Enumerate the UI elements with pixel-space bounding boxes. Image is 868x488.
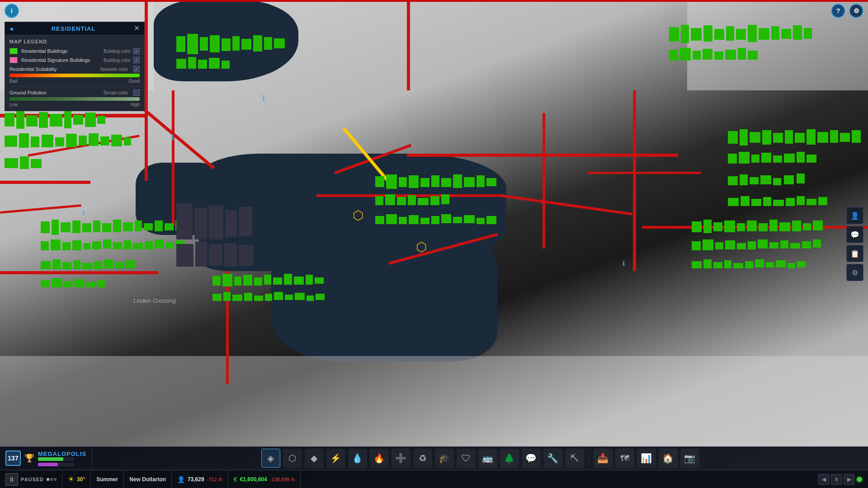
speed-dot-3[interactable] (54, 478, 57, 481)
map-info-icon-3: ℹ (82, 209, 85, 216)
legend-row-residential-buildings: Residential Buildings Building color (9, 48, 140, 54)
residential-buildings-label: Residential Buildings (21, 48, 104, 54)
suitability-type: Network color (100, 67, 128, 72)
season-label: Summer (96, 476, 118, 483)
toolbar-transit-btn[interactable]: 🚌 (478, 449, 497, 468)
suitability-label-row: Residential Suitability Network color (9, 66, 140, 72)
trophy-icon: 🏆 (24, 453, 34, 463)
pollution-checkbox[interactable] (133, 89, 140, 96)
speed-dot-2[interactable] (50, 478, 53, 481)
speed-dot-1[interactable] (47, 478, 49, 481)
residential-buildings-color-swatch (9, 48, 18, 54)
pollution-range-labels: Low High (9, 102, 140, 107)
legend-header: ◀ RESIDENTIAL ✕ (5, 22, 144, 35)
xp-bar-container (38, 457, 74, 461)
map-legend-label: MAP LEGEND (9, 39, 140, 44)
toolbar-buildings-btn[interactable]: 🏠 (659, 449, 678, 468)
pollution-gradient-bar (9, 97, 140, 101)
legend-panel: ◀ RESIDENTIAL ✕ MAP LEGEND Residential B… (5, 22, 145, 111)
city-display-name: New Dollarton (129, 476, 166, 483)
toolbar-police-btn[interactable]: 🛡 (457, 449, 476, 468)
toolbar-parks-btn[interactable]: 🌲 (500, 449, 519, 468)
right-panel: 👤 💬 📋 ⚙ (846, 207, 863, 281)
toolbar-bulldoze-btn[interactable]: ⛏ (565, 449, 584, 468)
city-name-section: New Dollarton (124, 470, 172, 488)
info-button[interactable]: i (5, 4, 19, 18)
suitability-range-labels: Bad Good (9, 79, 140, 84)
pollution-type: Terrain color (103, 90, 128, 95)
right-icon-person[interactable]: 👤 (846, 207, 863, 224)
pollution-high-label: High (130, 102, 140, 107)
legend-divider (9, 86, 140, 87)
right-icon-chat[interactable]: 💬 (846, 226, 863, 243)
population-section: 👤 73,629 -712 /h (172, 470, 228, 488)
right-icon-settings[interactable]: ⚙ (846, 264, 863, 281)
toolbar-recycle-btn[interactable]: ♻ (413, 449, 432, 468)
city-level: 137 (5, 450, 21, 466)
pollution-low-label: Low (9, 102, 18, 107)
legend-close-button[interactable]: ✕ (134, 25, 140, 32)
temperature-label: 30° (77, 476, 85, 483)
population-icon: 👤 (177, 476, 185, 483)
status-bar: ⏸ PAUSED ☀ 30° Summer New Dollarton 👤 73… (0, 470, 868, 488)
bottom-toolbar: 137 🏆 MEGALOPOLIS ◈ ⬡ ◆ ⚡ 💧 🔥 ➕ ♻ 🎓 🛡 🚌 … (0, 446, 868, 470)
signature-buildings-checkbox[interactable] (133, 57, 140, 63)
toolbar-health-btn[interactable]: ➕ (392, 449, 410, 468)
toolbar-zones-btn[interactable]: ◈ (261, 449, 280, 468)
map-info-icon-4: ℹ (132, 230, 135, 237)
toolbar-fire-btn[interactable]: 🔥 (370, 449, 389, 468)
pollution-label: Ground Pollution (9, 90, 103, 95)
happiness-bar-container (38, 463, 74, 466)
signature-buildings-label: Residential Signature Buildings (21, 57, 104, 63)
toolbar-water-btn[interactable]: 💧 (348, 449, 367, 468)
money-change: -138,699 /h (270, 477, 295, 482)
suitability-good-label: Good (129, 79, 140, 84)
toolbar-icons: ◈ ⬡ ◆ ⚡ 💧 🔥 ➕ ♻ 🎓 🛡 🚌 🌲 💬 🔧 ⛏ 📥 🗺 📊 🏠 📷 (92, 449, 868, 468)
toolbar-power-btn[interactable]: ⚡ (326, 449, 345, 468)
money-section: € €1,600,604 -138,699 /h (228, 470, 301, 488)
residential-buildings-type: Building color (104, 49, 131, 54)
toolbar-workshop-btn[interactable]: 📥 (594, 449, 613, 468)
legend-title: RESIDENTIAL (52, 25, 96, 32)
city-bars (38, 457, 86, 466)
online-status-indicator (856, 476, 863, 483)
nav-next-btn[interactable]: ▶ (844, 474, 854, 485)
toolbar-map-btn[interactable]: 🗺 (615, 449, 634, 468)
signature-buildings-type: Building color (104, 58, 131, 63)
nav-prev-btn[interactable]: ◀ (818, 474, 829, 485)
top-bar: i ? ⚙ (0, 2, 868, 20)
status-right-nav: ◀ ⏸ ▶ (813, 474, 868, 485)
suitability-checkbox[interactable] (133, 66, 140, 72)
legend-body: MAP LEGEND Residential Buildings Buildin… (5, 35, 144, 111)
money-amount: €1,600,604 (240, 476, 267, 483)
map-info-icon-5: ℹ (623, 260, 625, 267)
toolbar-messages-btn[interactable]: 💬 (522, 449, 541, 468)
city-badge: 137 🏆 MEGALOPOLIS (0, 447, 92, 469)
paused-label: PAUSED (21, 477, 44, 482)
sun-icon: ☀ (68, 475, 74, 483)
map-info-icon-1: ℹ (262, 94, 265, 103)
toolbar-camera-btn[interactable]: 📷 (680, 449, 699, 468)
suitability-section: Residential Suitability Network color Ba… (9, 66, 140, 84)
toolbar-roads-btn[interactable]: ⬡ (283, 449, 302, 468)
toolbar-tools-btn[interactable]: 🔧 (543, 449, 562, 468)
toolbar-stats-btn[interactable]: 📊 (637, 449, 656, 468)
map-info-icon-2: ℹ (171, 133, 174, 142)
help-button[interactable]: ? (831, 4, 845, 18)
residential-buildings-checkbox[interactable] (133, 48, 140, 54)
map-marker-1[interactable]: ⬡ (353, 208, 363, 223)
right-icon-doc[interactable]: 📋 (846, 245, 863, 262)
map-marker-2[interactable]: ⬡ (416, 239, 427, 254)
suitability-gradient-bar (9, 74, 140, 77)
suitability-label: Residential Suitability (9, 66, 57, 72)
pause-button[interactable]: ⏸ (5, 473, 18, 486)
xp-bar-fill (38, 457, 63, 461)
toolbar-education-btn[interactable]: 🎓 (435, 449, 454, 468)
city-name: MEGALOPOLIS (38, 450, 86, 457)
nav-pause-btn[interactable]: ⏸ (831, 474, 842, 485)
population-count: 73,629 (188, 476, 204, 483)
settings-button[interactable]: ⚙ (849, 4, 863, 18)
back-arrow[interactable]: ◀ (9, 26, 13, 31)
toolbar-utilities-btn[interactable]: ◆ (305, 449, 324, 468)
speed-dots (47, 478, 57, 481)
